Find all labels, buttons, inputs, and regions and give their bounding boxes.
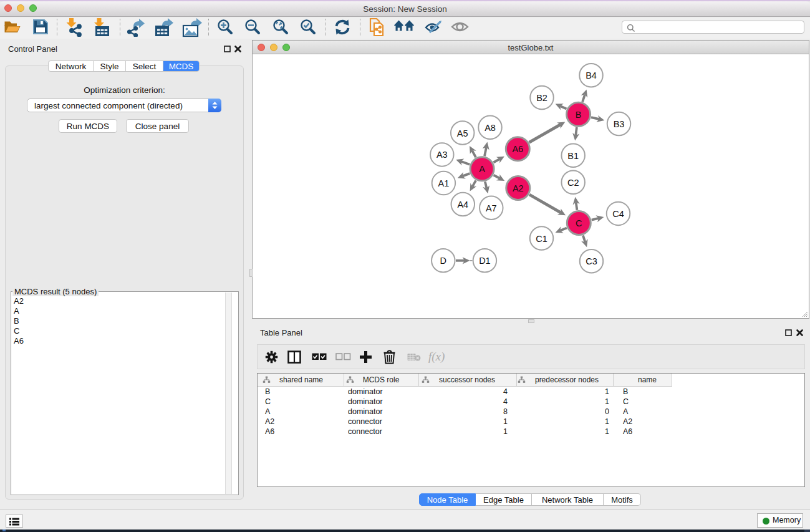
svg-text:A6: A6 xyxy=(512,144,523,154)
svg-text:C: C xyxy=(576,218,582,228)
svg-text:B2: B2 xyxy=(536,93,547,103)
svg-text:C1: C1 xyxy=(536,234,547,244)
svg-text:A5: A5 xyxy=(457,128,468,138)
svg-text:D: D xyxy=(440,256,446,266)
svg-text:A: A xyxy=(479,164,485,174)
svg-text:A4: A4 xyxy=(457,200,468,210)
svg-text:A2: A2 xyxy=(513,183,524,193)
svg-text:B4: B4 xyxy=(586,70,597,80)
svg-text:C4: C4 xyxy=(612,209,624,219)
svg-text:C3: C3 xyxy=(586,256,597,266)
svg-text:B: B xyxy=(576,110,582,120)
svg-text:B3: B3 xyxy=(614,119,625,129)
svg-text:C2: C2 xyxy=(567,178,579,188)
svg-text:A3: A3 xyxy=(436,150,448,160)
svg-text:A1: A1 xyxy=(438,178,450,188)
svg-text:B1: B1 xyxy=(567,151,579,161)
svg-text:A7: A7 xyxy=(486,203,497,213)
svg-text:A8: A8 xyxy=(485,123,496,133)
svg-text:D1: D1 xyxy=(479,256,491,266)
